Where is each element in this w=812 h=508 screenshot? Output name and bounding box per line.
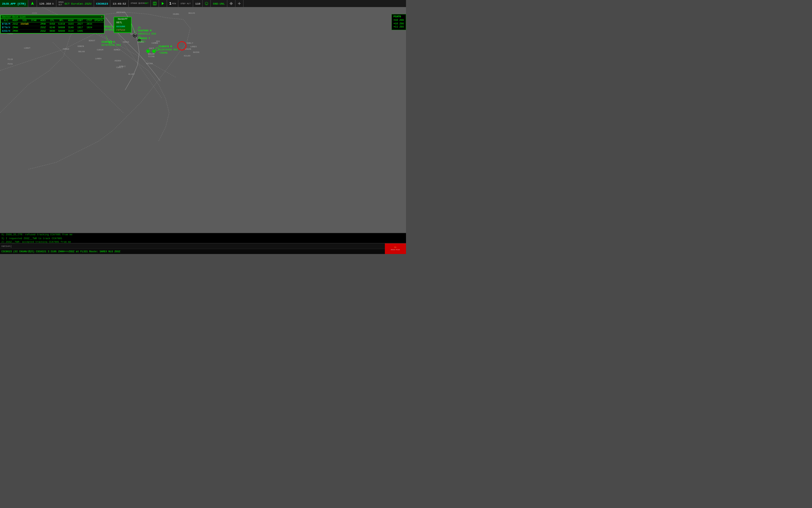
stby-alt: STBY ALT: [178, 0, 193, 7]
sector-exit-close-icon[interactable]: ×: [101, 16, 103, 18]
col-ctot: CTOT: [85, 19, 94, 22]
red-circle-marker: [177, 41, 186, 50]
freq-display[interactable]: 120.350 A: [37, 0, 56, 7]
fcatg-panel: FCATG ≡10 ZGG ≡10 ZGG ≡11 ZGS: [392, 14, 406, 30]
wp-oblan: OBLAN: [78, 50, 85, 53]
wp-bokat: BOKAT: [89, 40, 95, 42]
svg-marker-0: [31, 2, 34, 5]
wp-bulas: BULAS: [189, 12, 195, 14]
table-row[interactable]: B738/MZGSZIOU5WDZMHH04505101031032027203…: [1, 23, 104, 26]
cca5978-note: *IDUMA: [159, 52, 178, 55]
handoff-callsign: 067L: [116, 21, 129, 24]
status-text: CSC8623 (SI CHUAN/四川) CSCA321 I:3105 ZHH…: [1, 250, 405, 253]
flag-icon[interactable]: [159, 0, 167, 7]
cca5978-callsign: CCA5978 M: [159, 45, 178, 48]
app-id[interactable]: ZGJD_APP [CTR]: [0, 0, 28, 7]
col-ades: ADES: [38, 19, 48, 22]
wp-iduma: IDUMA: [173, 13, 179, 16]
wp-p151: P151: [8, 63, 13, 65]
col-assr: ASSR: [66, 19, 75, 22]
svg-marker-7: [230, 3, 232, 4]
cca8359-data: 0279Y0240 053: [102, 44, 121, 47]
table-row[interactable]: B77W/HZMHHZGSZ024050980314019171924: [1, 26, 104, 30]
col-rfl: RFL: [57, 19, 66, 22]
alt-display: 110: [193, 0, 203, 7]
cmd-input[interactable]: [13, 245, 405, 248]
col-adep: ADEP: [11, 19, 20, 22]
cell-ades: ZGSZ: [38, 30, 48, 32]
aircraft-label-cca5978[interactable]: CCA5978 M 0226Y0450 061 *IDUMA: [159, 45, 178, 55]
sector-info[interactable]: OPENSCT SCT EuroCat-ZGZU: [56, 0, 94, 7]
china-flier-text: 🇨🇳 China Flier: [391, 247, 400, 251]
aircraft-label-cca8359[interactable]: CCA8359 H 0279Y0240 053: [102, 41, 121, 47]
cell-rfl: 50980: [57, 30, 66, 32]
svg-marker-3: [162, 2, 164, 5]
cell-ac: B77W/H: [1, 26, 11, 29]
wp-chali: CHALI: [116, 66, 123, 69]
cca7885-data: 0063VILS 034: [138, 32, 156, 36]
cell-ctot: 2034: [85, 23, 94, 25]
wp-satob: SATOB: [130, 33, 137, 35]
wp-cammr: CAMMR: [152, 42, 158, 44]
cca7885-alt: 15: [138, 26, 156, 29]
app-id-label: ZGJD_APP [CTR]: [2, 2, 26, 5]
wp-alley: ALLEY: [128, 73, 135, 75]
wp-romeo: ROMEO: [114, 49, 120, 51]
col-cobt: COBT: [75, 19, 85, 22]
cell-adep: ZMHH: [11, 26, 20, 29]
cell-cobt: 1917: [75, 26, 85, 29]
cell-cfl: 0090: [48, 30, 57, 32]
aircraft-icon-tb: [28, 0, 37, 7]
cell-cfl: 0240: [48, 26, 57, 29]
min-display: 1 MIN: [167, 0, 178, 7]
cell-ades: ZGSZ: [38, 26, 48, 29]
wp-curim: CURIM: [97, 49, 103, 51]
svg-point-4: [205, 2, 208, 5]
set-icon[interactable]: [151, 0, 159, 7]
sector-exit-panel[interactable]: Sector Exit List × A/C ADEP SID STAR ADE…: [0, 15, 104, 34]
cell-assr: 3116: [66, 30, 75, 32]
cell-rfl: 50980: [57, 26, 66, 29]
message-line: 9) ZGGG_33_CTR: refused tracking CCA7885…: [1, 233, 118, 237]
toolbar: ZGJD_APP [CTR] 120.350 A OPENSCT SCT Eur…: [0, 0, 406, 7]
input-row[interactable]: nation|: [0, 243, 406, 249]
wp-asooh: ASOOH: [115, 60, 121, 62]
nav-icon-2[interactable]: [235, 0, 244, 7]
bottom-bar: 9) ZGGG_33_CTR: refused tracking CCA7885…: [0, 233, 406, 254]
sector-exit-title: Sector Exit List: [2, 16, 26, 18]
map-svg: [0, 7, 406, 233]
nav-icon-1[interactable]: [227, 0, 235, 7]
wp-indus: INDUS: [123, 41, 129, 43]
fcatg-line-1: FCATG: [394, 15, 404, 19]
svg-point-27: [156, 48, 159, 50]
cell-cobt: 1405: [75, 30, 85, 32]
gnd-unl-label: GND-UNL: [211, 0, 227, 7]
other-quick-set[interactable]: OTHER QUICK SET: [129, 0, 151, 7]
cell-assr: 3140: [66, 26, 75, 29]
wp-bream: BREAM: [148, 53, 154, 55]
map-area[interactable]: Sector Exit List × A/C ADEP SID STAR ADE…: [0, 7, 406, 233]
fcatg-line-3: ≡10 ZGG: [394, 22, 404, 26]
cell-ac: A359/H: [1, 30, 11, 32]
sector-exit-header: Sector Exit List ×: [1, 15, 104, 19]
wp-nasse: NASSE: [193, 51, 199, 54]
col-sid: SID: [20, 19, 29, 22]
handoff-popup[interactable]: Handoff 067L assume refuse: [114, 17, 131, 33]
handoff-assume-btn[interactable]: assume: [116, 25, 129, 28]
wp-amipage: AMIPAGE: [116, 11, 125, 14]
fcatg-line-2: ≡10 ZGG: [394, 19, 404, 22]
cell-assr: 3103: [66, 23, 75, 25]
wp-ludut: LUDUT: [24, 47, 30, 49]
table-row[interactable]: A359/HZMHHZGSZ00905098031161405: [1, 30, 104, 33]
cell-sid: IOU5WD: [20, 23, 29, 25]
handoff-refuse-btn[interactable]: refuse: [116, 28, 129, 32]
selected-callsign[interactable]: CSC8623: [94, 0, 111, 7]
handoff-title: Handoff: [116, 18, 129, 20]
svg-line-12: [53, 42, 123, 113]
message-line: 3) I requested ZGSZ__TWR to track CCA788…: [1, 237, 118, 241]
wp-shely: SHELY: [187, 42, 193, 44]
aircraft-label-cca7885[interactable]: 15 CCA7885 M 0063VILS 034 15: [138, 26, 156, 38]
col-star: STAR: [29, 19, 38, 22]
wp-gobin: GOBIN: [78, 45, 84, 48]
sector-exit-rows: B738/MZGSZIOU5WDZMHH04505101031032027203…: [1, 23, 104, 33]
